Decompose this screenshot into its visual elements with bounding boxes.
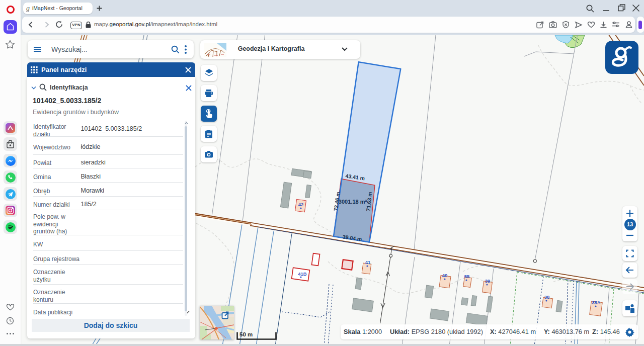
- svg-text:38: 38: [544, 294, 550, 300]
- svg-text:40: 40: [442, 273, 448, 278]
- svg-text:42: 42: [298, 202, 304, 207]
- svg-text:41: 41: [365, 260, 371, 265]
- svg-text:41B: 41B: [298, 271, 307, 277]
- svg-text:g: g: [26, 5, 30, 12]
- svg-text:50 m: 50 m: [239, 331, 253, 337]
- svg-text:3001.18 m²: 3001.18 m²: [339, 199, 367, 205]
- svg-text:55: 55: [464, 274, 470, 279]
- svg-text:39: 39: [485, 278, 491, 284]
- svg-text:38A: 38A: [592, 300, 601, 305]
